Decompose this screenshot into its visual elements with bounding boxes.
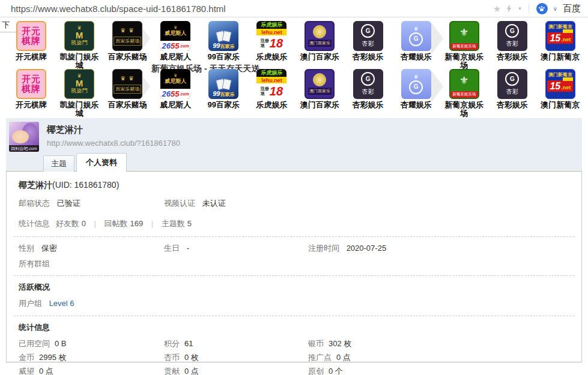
reg-time-label: 注册时间	[308, 244, 339, 253]
gold-badge-icon	[313, 25, 326, 38]
flash-icon[interactable]	[506, 4, 513, 13]
crown-icon: ♛	[174, 73, 177, 77]
bookmark-star-icon[interactable]: ★	[493, 4, 501, 13]
ad-item-xingcai[interactable]: G 杏彩 杏彩娱乐	[345, 69, 391, 117]
ad-item-kaixuanmen[interactable]: ♛ M 凯旋門 凯旋门娱乐城	[56, 21, 102, 69]
tab-topics[interactable]: 主题	[43, 155, 74, 172]
icon-text: .net	[561, 85, 571, 91]
icon-text: 26	[162, 90, 171, 98]
icon-text: M	[76, 79, 83, 88]
profile-url: http://www.wechatx8.club/?161861780	[47, 139, 180, 148]
usergroup-label: 用户组	[19, 299, 42, 308]
ad-item-lehu[interactable]: 乐虎娱乐 lehu.net 注册 送 18 乐虎娱乐	[249, 69, 294, 117]
stat-value: 0 B	[55, 339, 67, 348]
stats-grid: 已用空间0 B 积分61 银币302 枚 金币2995 枚 杏币0 枚 推广点0…	[13, 338, 575, 375]
icon-text: 百家乐赌场	[114, 85, 141, 94]
icon-text: 注册	[261, 86, 269, 91]
g-emblem-icon: G	[361, 72, 375, 86]
stat-label: 积分	[164, 339, 180, 348]
toolbar-divider	[529, 4, 529, 13]
tulip-emblem-icon: ⚜	[459, 28, 468, 38]
birthday-value: -	[187, 244, 189, 253]
divider: |	[151, 219, 153, 228]
icon-text: .com	[180, 92, 189, 96]
ad-item-weinisiren[interactable]: ♛ 威尼斯人 26 55 .com 威尼斯人	[153, 69, 198, 117]
ad-row-2: 开元 棋牌 开元棋牌 ♛ M 凯旋門 凯旋门娱乐城 ♛ ♛ 百家乐赌场 百家乐赌…	[0, 69, 588, 117]
icon-bottom: 注册 送 18	[256, 35, 286, 51]
stat-cell: 积分61	[164, 338, 308, 349]
dashed-divider	[14, 275, 574, 276]
avatar-art	[12, 130, 29, 143]
ad-label: 威尼斯人	[160, 53, 191, 61]
ad-item-aomen-baijiale[interactable]: 澳门百家乐 澳门百家乐	[297, 21, 342, 69]
baidu-paw-icon[interactable]	[536, 3, 548, 14]
icon-top: ♛ 威尼斯人	[160, 21, 190, 41]
ad-item-xingcai-2[interactable]: G 杏彩 杏彩娱乐	[489, 69, 535, 117]
icon-text: 杏彩	[506, 88, 518, 96]
ad-item-weinisiren[interactable]: ♛ 威尼斯人 26 55 .com 威尼斯人	[153, 21, 198, 69]
usergroup-level-link[interactable]: Level 6	[49, 299, 74, 308]
ad-item-xingcai[interactable]: G 杏彩 杏彩娱乐	[345, 21, 391, 69]
stat-value: 0 个	[329, 367, 343, 375]
email-status-label: 邮箱状态	[19, 199, 50, 208]
reg-time-value: 2020-07-25	[347, 244, 387, 253]
stat-value: 2995 枚	[39, 353, 67, 362]
stat-label: 原创	[308, 367, 324, 375]
usergroup: 用户组 Level 6	[19, 298, 164, 309]
ad-item-xingcai-2[interactable]: G 杏彩 杏彩娱乐	[489, 21, 535, 69]
ad-item-xingyao[interactable]: ♛ G 杏耀娱乐	[393, 69, 439, 117]
ad-label: 澳门百家乐	[300, 101, 339, 109]
birthday: 生日 -	[164, 243, 308, 254]
icon-text: 注册 送	[261, 38, 269, 47]
ad-item-baijiale-casino[interactable]: ♛ ♛ 百家乐赌场 百家乐赌场	[105, 21, 150, 69]
ad-item-aomen-baijiale[interactable]: 澳门百家乐 澳门百家乐	[297, 69, 342, 117]
stat-cell: 威望0 点	[19, 366, 164, 375]
icon-text: 威尼斯人	[165, 77, 186, 85]
ornament-icon: ♛ ♛	[120, 26, 135, 35]
ad-item-kaiyuan-qipai[interactable]: 开元 棋牌 开元棋牌	[8, 21, 54, 69]
xingyao-icon: ♛ G	[401, 21, 431, 51]
dashed-divider	[14, 236, 574, 237]
ad-label: 开元棋牌	[16, 101, 47, 109]
browser-actions: ★ ▾ ∨ 百度	[493, 3, 581, 14]
crown-icon: ♛	[174, 25, 177, 29]
stat-value: 61	[184, 339, 193, 348]
icon-text: 55	[171, 42, 179, 50]
aomen-xinpujing-icon: 澳门新葡京 15 .net	[545, 69, 575, 99]
engine-chevron-icon[interactable]: ∨	[553, 5, 557, 12]
icon-text: 26	[162, 42, 171, 50]
icon-bottom: 99 百家乐	[213, 91, 234, 97]
url-input[interactable]: https://www.wechatx8.club/space-uid-1618…	[11, 4, 493, 14]
ad-item-kaiyuan-qipai[interactable]: 开元 棋牌 开元棋牌	[8, 69, 54, 117]
lehu-icon: 乐虎娱乐 lehu.net 注册 送 18	[256, 69, 286, 99]
ad-item-99baijiale[interactable]: 99 百家乐 99百家乐	[201, 69, 246, 117]
divider: |	[94, 219, 95, 228]
g-emblem-icon: G	[409, 32, 423, 46]
icon-text: 澳门百家乐	[308, 88, 332, 95]
ad-item-xinpujing[interactable]: ⚜ 新葡京娱乐场 新葡京娱乐场	[441, 21, 487, 69]
ad-item-kaixuanmen[interactable]: ♛ M 凯旋門 凯旋门娱乐城	[56, 69, 102, 117]
tab-personal-profile[interactable]: 个人资料	[76, 153, 127, 172]
stat-label: 金币	[19, 353, 34, 362]
tulip-emblem-icon: ⚜	[459, 76, 468, 86]
active-overview-heading: 活跃概况	[13, 282, 575, 293]
ad-item-xingyao[interactable]: ♛ G 杏耀娱乐	[393, 21, 439, 69]
icon-text: 杏彩	[506, 40, 518, 48]
ad-item-lehu[interactable]: 乐虎娱乐 lehu.net 注册 送 18 乐虎娱乐	[249, 21, 294, 69]
ad-item-99baijiale[interactable]: 99 百家乐 99百家乐	[201, 21, 246, 69]
dropdown-caret-icon[interactable]: ▾	[518, 5, 521, 11]
kaixuanmen-icon: ♛ M 凯旋門	[64, 69, 94, 99]
avatar[interactable]: 回到台吧.com	[9, 122, 39, 152]
ad-item-baijiale-casino[interactable]: ♛ ♛ 百家乐赌场 百家乐赌场	[105, 69, 150, 117]
weinisiren-icon: ♛ 威尼斯人 26 55 .com	[160, 69, 190, 99]
aomen-xinpujing-icon: 澳门新葡京 15 .net	[545, 21, 575, 51]
stat-cell: 银币302 枚	[308, 338, 575, 349]
stat-cell: 原创0 个	[308, 366, 575, 375]
ad-item-xinpujing[interactable]: ⚜ 新葡京娱乐场 新葡京娱乐场	[441, 69, 487, 117]
birthday-label: 生日	[164, 244, 180, 253]
ad-item-aomen-xinpujing[interactable]: 澳门新葡京 15 .net 澳门新葡京	[538, 21, 583, 69]
aomen-baijiale-icon: 澳门百家乐	[305, 69, 335, 99]
search-engine-label[interactable]: 百度	[563, 3, 581, 14]
ad-item-aomen-xinpujing[interactable]: 澳门新葡京 15 .net 澳门新葡京	[538, 69, 583, 117]
icon-text: 18	[270, 85, 283, 97]
